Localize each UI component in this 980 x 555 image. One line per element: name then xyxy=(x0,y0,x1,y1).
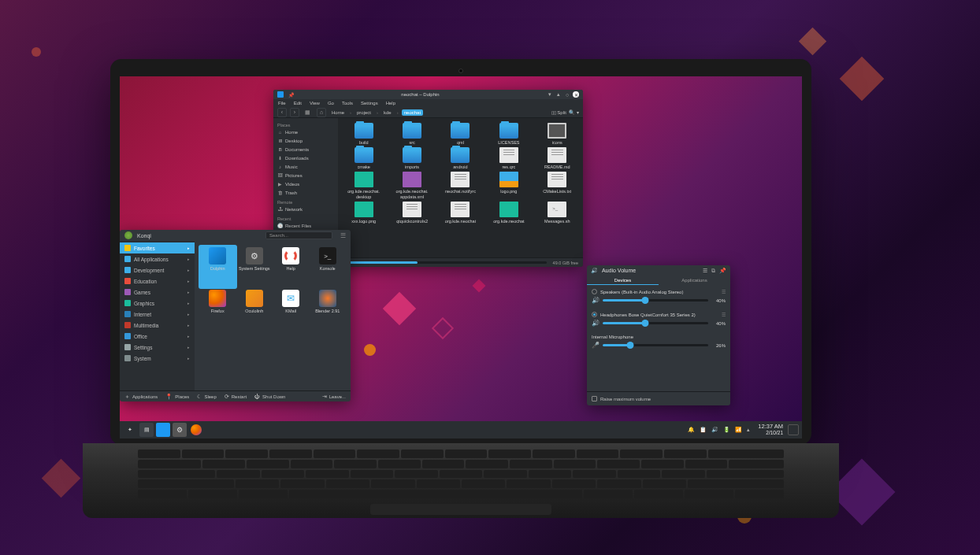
category-item[interactable]: Multimedia▸ xyxy=(120,320,195,331)
back-button[interactable]: ‹ xyxy=(277,108,287,117)
file-item[interactable]: imports xyxy=(390,147,434,170)
tab-applications[interactable]: Applications xyxy=(659,276,730,285)
footer-item[interactable]: ＋Applications xyxy=(124,393,158,401)
category-item[interactable]: Favorites▸ xyxy=(120,242,195,253)
taskbar-firefox[interactable] xyxy=(189,423,203,437)
app-item[interactable]: Firefox xyxy=(201,290,235,329)
category-item[interactable]: System▸ xyxy=(120,353,195,364)
circle-icon[interactable]: ○ xyxy=(564,91,570,98)
maximize-icon[interactable]: ▴ xyxy=(555,91,562,98)
menu-go[interactable]: Go xyxy=(328,101,334,105)
file-item[interactable]: res.qrc xyxy=(487,147,531,170)
app-item[interactable]: Blender 2.91 xyxy=(311,290,345,329)
file-item[interactable]: src xyxy=(390,123,434,146)
menu-edit[interactable]: Edit xyxy=(294,101,302,105)
menu-help[interactable]: Help xyxy=(386,101,395,105)
mic-icon[interactable]: 🎤 xyxy=(592,342,600,349)
task-manager-button[interactable]: ▤ xyxy=(139,423,154,437)
category-item[interactable]: Graphics▸ xyxy=(120,298,195,309)
close-icon[interactable]: ✕ xyxy=(573,91,579,98)
pin-icon[interactable]: 📌 xyxy=(719,268,726,274)
filter-icon[interactable]: ▾ xyxy=(577,109,579,115)
app-item[interactable]: KMail xyxy=(274,290,308,329)
file-item[interactable]: org.kde.neochat xyxy=(487,202,531,224)
category-item[interactable]: Games▸ xyxy=(120,287,195,298)
breadcrumb[interactable]: Home› project› kde› neochat xyxy=(329,109,423,116)
footer-item[interactable]: ⏻Shut Down xyxy=(254,394,285,399)
tray-notifications-icon[interactable]: 🔔 xyxy=(688,427,695,433)
places-item[interactable]: 🖼Pictures xyxy=(277,172,334,180)
config-icon[interactable]: ☰ xyxy=(340,232,346,239)
breadcrumb-item[interactable]: neochat xyxy=(402,109,423,116)
menu-file[interactable]: File xyxy=(278,101,286,105)
category-item[interactable]: Development▸ xyxy=(120,265,195,276)
file-view[interactable]: buildsrcqmlLICENSESiconscmakeimportsandr… xyxy=(338,118,583,257)
category-item[interactable]: Settings▸ xyxy=(120,342,195,353)
search-icon[interactable]: 🔍 xyxy=(569,109,574,115)
menu-tools[interactable]: Tools xyxy=(342,101,353,105)
file-item[interactable]: logo.png xyxy=(487,172,531,200)
volume-slider[interactable] xyxy=(603,299,708,302)
show-desktop-button[interactable] xyxy=(788,424,799,435)
user-avatar-icon[interactable] xyxy=(124,231,132,239)
footer-item[interactable]: 📍Places xyxy=(165,394,189,400)
places-item[interactable]: 🗑Trash xyxy=(277,189,334,198)
file-item[interactable]: Messages.sh xyxy=(535,202,579,224)
split-button[interactable]: ▯▯ Split xyxy=(551,109,566,115)
menu-settings[interactable]: Settings xyxy=(361,101,378,105)
places-item[interactable]: ▶Videos xyxy=(277,180,334,189)
device-radio[interactable] xyxy=(592,289,597,294)
speaker-icon[interactable]: 🔊 xyxy=(592,297,600,304)
breadcrumb-item[interactable]: Home xyxy=(329,109,347,116)
menu-view[interactable]: View xyxy=(310,101,320,105)
app-item[interactable]: Oculolinh xyxy=(238,290,272,329)
tab-devices[interactable]: Devices xyxy=(587,276,659,285)
more-icon[interactable]: ☰ xyxy=(722,289,726,294)
app-item[interactable]: Help xyxy=(274,247,308,287)
file-item[interactable]: CMakeLists.txt xyxy=(535,172,579,200)
file-item[interactable]: LICENSES xyxy=(487,123,531,146)
volume-slider[interactable] xyxy=(603,322,708,324)
file-item[interactable]: README.md xyxy=(535,147,579,170)
file-item[interactable]: icons xyxy=(535,123,579,146)
file-item[interactable]: build xyxy=(342,123,386,146)
hamburger-icon[interactable]: ☰ xyxy=(703,268,707,274)
footer-item[interactable]: ⟳Restart xyxy=(225,394,247,400)
places-item[interactable]: ⌂Home xyxy=(277,128,334,137)
raise-max-checkbox[interactable] xyxy=(592,396,597,401)
pin-icon[interactable]: 📌 xyxy=(288,92,294,98)
file-item[interactable]: cmake xyxy=(342,147,386,170)
config-icon[interactable]: ⧉ xyxy=(711,268,715,274)
footer-item[interactable]: ☾Sleep xyxy=(197,394,216,400)
app-launcher-button[interactable]: ✦ xyxy=(123,423,137,437)
tray-chevron-icon[interactable]: ▴ xyxy=(747,427,750,433)
tray-clipboard-icon[interactable]: 📋 xyxy=(700,427,707,433)
taskbar-settings[interactable]: ⚙ xyxy=(173,423,187,437)
file-item[interactable]: org.kde.neochat. appdata.xml xyxy=(390,172,434,200)
minimize-icon[interactable]: ▾ xyxy=(547,91,553,98)
app-item[interactable]: Konsole xyxy=(311,247,345,287)
view-icons-button[interactable]: ▦ xyxy=(303,108,312,117)
category-item[interactable]: All Applications▸ xyxy=(120,253,195,265)
home-icon[interactable]: ⌂ xyxy=(317,108,326,117)
device-radio[interactable] xyxy=(592,312,597,317)
file-item[interactable]: qtquickcontrols2 xyxy=(390,202,434,224)
file-item[interactable]: android xyxy=(438,147,482,170)
forward-button[interactable]: › xyxy=(290,108,299,117)
file-item[interactable]: qml xyxy=(438,123,482,146)
category-item[interactable]: Office▸ xyxy=(120,331,195,342)
tray-volume-icon[interactable]: 🔊 xyxy=(711,427,718,433)
clock[interactable]: 12:37 AM 2/10/21 xyxy=(758,424,783,436)
app-item[interactable]: Dolphin xyxy=(199,245,237,289)
places-item[interactable]: ♪Music xyxy=(277,163,334,172)
mic-slider[interactable] xyxy=(603,344,708,346)
places-item[interactable]: 🖧Network xyxy=(277,205,334,214)
places-item[interactable]: 🖥Desktop xyxy=(277,137,334,146)
file-item[interactable]: org.kde.neochat xyxy=(438,202,482,224)
more-icon[interactable]: ☰ xyxy=(722,312,726,317)
footer-item[interactable]: ⇥Leave... xyxy=(322,394,346,400)
app-item[interactable]: System Settings xyxy=(238,247,272,287)
places-item[interactable]: 🗎Documents xyxy=(277,146,334,154)
file-item[interactable]: org.kde.neochat. desktop xyxy=(342,172,386,200)
category-item[interactable]: Education▸ xyxy=(120,276,195,287)
